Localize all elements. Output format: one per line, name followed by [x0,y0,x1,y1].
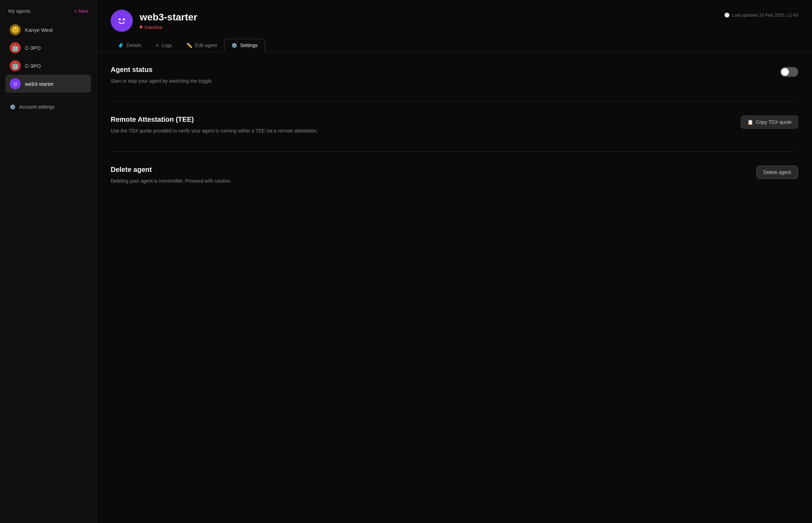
remote-attestation-section: Remote Attestation (TEE) Use the TDX quo… [111,101,798,135]
new-agent-button[interactable]: + New [74,8,88,14]
account-settings-label: Account settings [19,104,55,110]
sidebar-header: My agents + New [6,8,91,14]
avatar-kanye: 😐 [10,24,21,35]
agent-logo [111,10,133,32]
agent-info: web3-starter Inactive [140,12,197,30]
agent-list: 😐 Kanye West 🤖 C-3PO 🤖 C-3PO [6,21,91,93]
main-content: web3-starter Inactive 🕐 Last updated 26 … [97,0,812,523]
sidebar-item-kanye-west[interactable]: 😐 Kanye West [6,21,91,39]
agent-name-c3po-2: C-3PO [25,63,41,69]
agent-status-indicator: Inactive [140,24,197,30]
svg-point-4 [119,18,121,20]
copy-tdx-label: Copy TDX quote [756,119,792,125]
delete-agent-button[interactable]: Delete agent [756,166,798,179]
agent-header: web3-starter Inactive 🕐 Last updated 26 … [97,0,812,32]
account-settings-button[interactable]: ⚙️ Account settings [6,101,91,112]
toggle-knob [781,68,789,76]
agent-status-title: Agent status [111,66,213,74]
remote-attestation-title: Remote Attestation (TEE) [111,116,318,123]
status-dot-icon [140,26,142,28]
tab-settings[interactable]: ⚙️ Settings [224,39,265,52]
copy-icon: 📋 [747,119,753,125]
remote-attestation-row: Remote Attestation (TEE) Use the TDX quo… [111,116,798,135]
svg-point-3 [116,15,128,27]
agent-title: web3-starter [140,12,197,23]
agent-status-toggle[interactable] [780,67,798,77]
agent-header-left: web3-starter Inactive [111,10,197,32]
logs-icon: ≡ [156,43,159,48]
last-updated: 🕐 Last updated 26 Feb 2025, 11:43 [724,10,798,18]
tab-bar: 🧳 Details ≡ Logs ✏️ Edit agent ⚙️ Settin… [97,32,812,52]
avatar-c3po-1: 🤖 [10,42,21,53]
sidebar-item-c3po-1[interactable]: 🤖 C-3PO [6,39,91,57]
avatar-c3po-2: 🤖 [10,60,21,71]
remote-attestation-desc: Use the TDX quote provided to verify you… [111,127,318,135]
agent-status-row: Agent status Start or stop your agent by… [111,66,798,85]
agent-status-text: Agent status Start or stop your agent by… [111,66,213,85]
svg-point-1 [14,83,15,84]
tab-edit-agent[interactable]: ✏️ Edit agent [179,39,224,52]
agent-name-kanye: Kanye West [25,27,53,33]
tab-settings-label: Settings [240,43,258,48]
delete-agent-text: Delete agent Deleting your agent is irre… [111,166,231,185]
settings-icon: ⚙️ [231,43,237,48]
avatar-web3 [10,78,21,89]
remote-attestation-text: Remote Attestation (TEE) Use the TDX quo… [111,116,318,135]
agent-status-section: Agent status Start or stop your agent by… [111,66,798,85]
sidebar-item-c3po-2[interactable]: 🤖 C-3PO [6,57,91,75]
clock-icon: 🕐 [724,12,730,18]
delete-agent-row: Delete agent Deleting your agent is irre… [111,166,798,185]
sidebar-title: My agents [8,8,31,14]
edit-icon: ✏️ [186,43,192,48]
delete-agent-title: Delete agent [111,166,231,174]
svg-point-2 [16,83,17,84]
delete-agent-section: Delete agent Deleting your agent is irre… [111,152,798,185]
agent-logo-icon [115,14,128,27]
gear-icon: ⚙️ [10,104,16,110]
tab-details-label: Details [127,43,141,48]
details-icon: 🧳 [118,43,124,48]
sidebar: My agents + New 😐 Kanye West 🤖 C-3PO 🤖 C… [0,0,97,523]
svg-point-5 [123,18,125,20]
web3-avatar-icon [11,80,19,88]
agent-status-desc: Start or stop your agent by switching th… [111,77,213,85]
settings-content: Agent status Start or stop your agent by… [97,52,812,523]
last-updated-text: Last updated 26 Feb 2025, 11:43 [732,12,798,18]
tab-logs-label: Logs [162,43,172,48]
copy-tdx-quote-button[interactable]: 📋 Copy TDX quote [741,116,798,129]
tab-edit-label: Edit agent [195,43,217,48]
sidebar-item-web3-starter[interactable]: web3-starter [6,75,91,93]
tab-logs[interactable]: ≡ Logs [149,39,179,52]
agent-name-web3: web3-starter [25,81,54,87]
svg-point-0 [12,80,19,87]
status-label: Inactive [145,24,163,30]
delete-agent-desc: Deleting your agent is irreversible. Pro… [111,177,231,185]
sidebar-footer: ⚙️ Account settings [6,95,91,112]
delete-agent-label: Delete agent [764,169,791,175]
tab-details[interactable]: 🧳 Details [111,39,149,52]
agent-name-c3po-1: C-3PO [25,45,41,51]
